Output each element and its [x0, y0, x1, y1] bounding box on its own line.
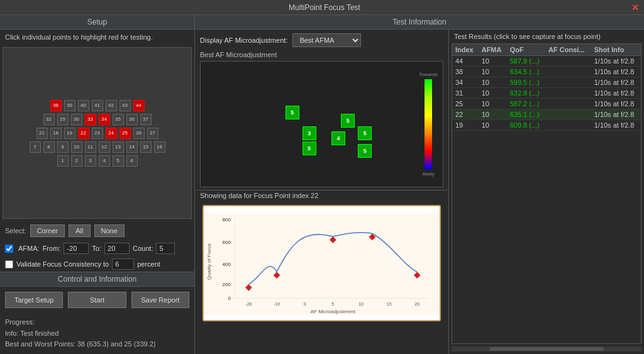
af-display-select[interactable]: Best AFMA Average AFMA Manual AFMA: [292, 33, 361, 47]
focus-point-21[interactable]: 21: [36, 128, 48, 139]
grid-row: 123456: [57, 155, 138, 167]
focus-point-39[interactable]: 39: [64, 100, 75, 111]
focus-point-10[interactable]: 10: [71, 141, 82, 153]
focus-point-13[interactable]: 13: [113, 141, 124, 153]
focus-point-36[interactable]: 36: [126, 114, 138, 125]
focus-point-3[interactable]: 3: [85, 155, 96, 167]
table-row[interactable]: 2210635.1 (...)1/10s at f/2.8: [452, 109, 641, 120]
afma-from-input[interactable]: [64, 243, 89, 254]
chart-focus-point[interactable]: 5: [358, 144, 372, 158]
focus-point-25[interactable]: 25: [119, 128, 131, 139]
focus-grid-container: 3839404142434432293033343536372118192223…: [3, 47, 192, 219]
svg-text:800: 800: [222, 217, 231, 223]
main-content: Setup Click individual points to highlig…: [0, 15, 644, 354]
focus-point-41[interactable]: 41: [92, 100, 103, 111]
focus-point-26[interactable]: 26: [133, 128, 145, 139]
afma-to-input[interactable]: [104, 243, 130, 254]
focus-point-29[interactable]: 29: [57, 114, 69, 125]
results-table-container[interactable]: Index AFMA QoF AF Consi... Shot Info 441…: [452, 43, 641, 344]
validate-input[interactable]: [112, 258, 134, 270]
afma-row: AFMA: From: To: Count:: [0, 240, 194, 257]
best-worst-value: 38 (635.3) and 25 (339.2): [77, 340, 156, 348]
focus-point-7[interactable]: 7: [30, 141, 41, 153]
focus-point-32[interactable]: 32: [43, 114, 55, 125]
focus-point-38[interactable]: 38: [50, 100, 62, 111]
chart-section-label: Best AF Microadjustment: [195, 51, 448, 58]
chart-label-top: Towards: [419, 72, 438, 77]
select-label: Select:: [5, 227, 26, 235]
afma-checkbox[interactable]: [5, 245, 13, 253]
focus-point-37[interactable]: 37: [140, 114, 152, 125]
focus-point-14[interactable]: 14: [126, 141, 138, 153]
control-header: Control and Information: [0, 272, 194, 287]
focus-point-44[interactable]: 44: [133, 100, 145, 111]
focus-point-16[interactable]: 16: [154, 141, 165, 153]
svg-text:400: 400: [222, 262, 231, 267]
title-bar: MultiPoint Focus Test ✕: [0, 0, 644, 15]
chart-focus-point[interactable]: 5: [286, 106, 299, 119]
table-row[interactable]: 3410599.5 (...)1/10s at f/2.8: [452, 77, 641, 88]
middle-panel: Display AF Microadjustment: Best AFMA Av…: [195, 30, 449, 354]
focus-point-8[interactable]: 8: [43, 141, 55, 153]
focus-point-12[interactable]: 12: [99, 141, 110, 153]
svg-text:600: 600: [222, 239, 231, 245]
chart-focus-point[interactable]: 3: [303, 126, 316, 140]
svg-text:Quality of Focus: Quality of Focus: [206, 243, 212, 280]
setup-panel: Setup Click individual points to highlig…: [0, 15, 195, 354]
focus-point-11[interactable]: 11: [85, 141, 96, 153]
focus-point-40[interactable]: 40: [78, 100, 89, 111]
focus-point-34[interactable]: 34: [99, 114, 110, 125]
focus-point-15[interactable]: 15: [140, 141, 152, 153]
svg-text:0: 0: [304, 302, 306, 307]
focus-point-4[interactable]: 4: [99, 155, 110, 167]
afma-count-input[interactable]: [156, 243, 175, 254]
select-row: Select: Corner All None: [0, 221, 194, 240]
focus-point-43[interactable]: 43: [119, 100, 131, 111]
corner-button[interactable]: Corner: [30, 224, 65, 237]
af-display-label: Display AF Microadjustment:: [200, 36, 287, 44]
focus-point-9[interactable]: 9: [57, 141, 69, 153]
setup-instruction: Click individual points to highlight red…: [0, 30, 194, 45]
focus-point-1[interactable]: 1: [57, 155, 69, 167]
chart-focus-point[interactable]: 5: [303, 141, 316, 155]
chart-focus-point[interactable]: 5: [358, 126, 372, 140]
focus-point-30[interactable]: 30: [71, 114, 82, 125]
grid-row: 211819222324252627: [36, 128, 158, 139]
table-row[interactable]: 2510587.2 (...)1/10s at f/2.8: [452, 99, 641, 109]
focus-point-23[interactable]: 23: [92, 128, 103, 139]
results-table: Index AFMA QoF AF Consi... Shot Info 441…: [452, 44, 641, 131]
focus-point-18[interactable]: 18: [50, 128, 62, 139]
focus-point-35[interactable]: 35: [113, 114, 124, 125]
none-button[interactable]: None: [94, 224, 125, 237]
af-chart-area: 5535455 Towards Away: [200, 61, 443, 187]
focus-point-22[interactable]: 22: [78, 128, 89, 139]
table-row[interactable]: 1910609.8 (...)1/10s at f/2.8: [452, 120, 641, 131]
focus-point-33[interactable]: 33: [85, 114, 96, 125]
all-button[interactable]: All: [69, 224, 90, 237]
info-label: Info:: [5, 329, 18, 337]
progress-section: Progress: Info: Test finished Best and W…: [0, 313, 194, 354]
count-label: Count:: [133, 245, 153, 252]
focus-point-2[interactable]: 2: [71, 155, 82, 167]
table-row[interactable]: 3110632.8 (...)1/10s at f/2.8: [452, 88, 641, 99]
grid-row: 78910111213141516: [30, 141, 165, 153]
svg-text:0: 0: [228, 296, 231, 301]
focus-point-19[interactable]: 19: [64, 128, 75, 139]
focus-point-6[interactable]: 6: [126, 155, 138, 167]
table-row[interactable]: 3810634.5 (...)1/10s at f/2.8: [452, 67, 641, 77]
focus-point-24[interactable]: 24: [106, 128, 117, 139]
save-report-button[interactable]: Save Report: [131, 292, 189, 308]
col-af-consi: AF Consi...: [545, 44, 591, 56]
table-row[interactable]: 4410587.9 (...)1/10s at f/2.8: [452, 56, 641, 67]
info-row: Info: Test finished: [5, 328, 189, 340]
validate-checkbox[interactable]: [5, 260, 13, 268]
chart-focus-point[interactable]: 4: [331, 131, 345, 145]
focus-point-42[interactable]: 42: [106, 100, 117, 111]
focus-point-27[interactable]: 27: [147, 128, 158, 139]
focus-point-5[interactable]: 5: [113, 155, 124, 167]
target-setup-button[interactable]: Target Setup: [5, 292, 63, 308]
af-display-row: Display AF Microadjustment: Best AFMA Av…: [195, 30, 448, 51]
chart-focus-point[interactable]: 5: [341, 114, 355, 128]
start-button[interactable]: Start: [68, 292, 126, 308]
close-button[interactable]: ✕: [631, 3, 639, 13]
